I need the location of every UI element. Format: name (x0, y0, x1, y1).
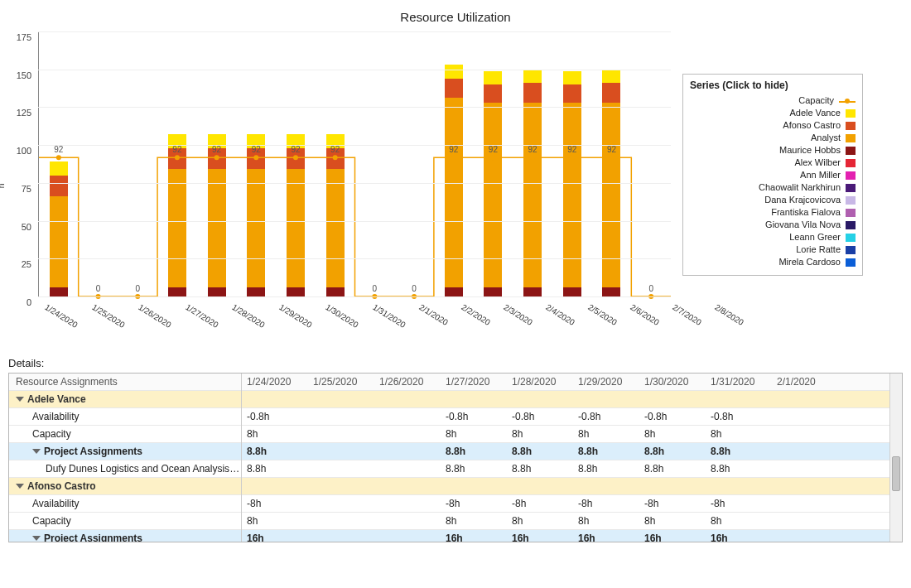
bar-segment[interactable] (50, 287, 68, 296)
column-header[interactable]: 1/27/2020 (441, 374, 507, 390)
y-tick: 125 (8, 108, 31, 118)
bar-segment[interactable] (523, 287, 542, 296)
legend-item[interactable]: Chaowalit Narkhirun (690, 181, 856, 194)
legend-swatch (846, 258, 856, 267)
bar-segment[interactable] (484, 103, 502, 287)
legend-item[interactable]: Lorie Ratte (690, 243, 856, 256)
grid-cell: 8.8h (441, 443, 507, 460)
bar-segment[interactable] (523, 103, 542, 287)
grid-cell: -8h (242, 495, 308, 512)
bar-segment[interactable] (484, 71, 502, 84)
legend-label: Analyst (811, 132, 841, 144)
capacity-label: 92 (528, 145, 537, 154)
bar-segment[interactable] (50, 161, 68, 175)
bar-segment[interactable] (602, 103, 620, 287)
bar-segment[interactable] (208, 169, 226, 287)
bar-segment[interactable] (523, 83, 542, 103)
details-grid[interactable]: Resource AssignmentsAdele VanceAvailabil… (8, 373, 903, 542)
bar[interactable] (445, 65, 463, 296)
bar-segment[interactable] (563, 84, 581, 103)
grid-cell (308, 530, 374, 542)
column-header[interactable]: 1/24/2020 (242, 374, 308, 390)
x-tick: 1/30/2020 (319, 297, 366, 339)
expand-icon[interactable] (32, 536, 41, 541)
bar-segment[interactable] (168, 169, 186, 287)
bar-segment[interactable] (287, 287, 305, 296)
legend-item[interactable]: Frantiska Fialova (690, 206, 856, 219)
bar-segment[interactable] (602, 70, 620, 83)
bar[interactable] (287, 134, 305, 296)
grid-cell: 8h (639, 513, 706, 529)
bar-segment[interactable] (563, 287, 581, 296)
grid-cell: -0.8h (706, 408, 772, 425)
bar-segment[interactable] (484, 287, 502, 296)
bar[interactable] (50, 161, 68, 296)
column-header[interactable]: 1/29/2020 (573, 374, 639, 390)
legend-item[interactable]: Dana Krajcovicova (690, 194, 856, 206)
bar-segment[interactable] (247, 169, 265, 287)
expand-icon[interactable] (16, 484, 24, 489)
resource-group[interactable]: Adele Vance (9, 391, 241, 408)
capacity-label: 92 (54, 145, 63, 154)
column-header[interactable]: 1/28/2020 (507, 374, 573, 390)
bar-segment[interactable] (563, 71, 581, 84)
grid-cell: 8h (573, 513, 639, 529)
bar-segment[interactable] (326, 287, 345, 296)
bar-segment[interactable] (602, 83, 620, 103)
legend-item[interactable]: Leann Greer (690, 231, 856, 243)
grid-cell: 8h (441, 426, 507, 442)
legend-item[interactable]: Ann Miller (690, 169, 856, 181)
bar-segment[interactable] (484, 84, 502, 103)
grid-cell (308, 426, 374, 442)
bar[interactable] (247, 134, 265, 296)
expand-icon[interactable] (16, 397, 24, 402)
bar-segment[interactable] (287, 169, 305, 287)
capacity-label: 92 (567, 145, 576, 154)
legend-item[interactable]: Maurice Hobbs (690, 144, 856, 157)
scrollbar-thumb[interactable] (892, 456, 900, 491)
tree-row: Availability (9, 408, 241, 426)
grid-row: 8.8h8.8h8.8h8.8h8.8h8.8h (242, 460, 902, 478)
project-assignments-row[interactable]: Project Assignments (9, 530, 241, 542)
legend-item[interactable]: Mirela Cardoso (690, 256, 856, 268)
bar[interactable] (208, 134, 226, 296)
legend-item[interactable]: Analyst (690, 132, 856, 144)
legend-item[interactable]: Adele Vance (690, 107, 856, 119)
vertical-scrollbar[interactable] (889, 374, 902, 542)
bar-segment[interactable] (326, 169, 345, 287)
grid-row: 16h16h16h16h16h16h (242, 530, 902, 542)
bar-segment[interactable] (168, 287, 186, 296)
bar-segment[interactable] (50, 196, 68, 287)
legend-item[interactable]: Giovana Vila Nova (690, 219, 856, 231)
column-header[interactable]: 2/1/2020 (772, 374, 838, 390)
column-header[interactable]: 1/30/2020 (639, 374, 706, 390)
legend-label: Mirela Cardoso (778, 256, 841, 268)
grid-cell: 16h (706, 530, 772, 542)
x-tick: 1/29/2020 (272, 297, 320, 339)
bar-segment[interactable] (602, 287, 620, 296)
bar-segment[interactable] (445, 287, 463, 296)
column-header[interactable]: 1/31/2020 (706, 374, 772, 390)
chart-legend[interactable]: Series (Click to hide) CapacityAdele Van… (682, 74, 863, 276)
expand-icon[interactable] (32, 449, 41, 454)
legend-item[interactable]: Alex Wilber (690, 157, 856, 169)
bar-segment[interactable] (563, 103, 581, 287)
column-header[interactable]: 1/25/2020 (308, 374, 374, 390)
bar-segment[interactable] (208, 287, 226, 296)
legend-item[interactable]: Capacity (690, 94, 856, 107)
bar-segment[interactable] (50, 176, 68, 197)
project-assignments-row[interactable]: Project Assignments (9, 443, 241, 460)
bar[interactable] (168, 134, 186, 296)
bar-segment[interactable] (523, 70, 542, 83)
grid-row: 8h8h8h8h8h8h (242, 426, 902, 443)
grid-cell (772, 460, 838, 477)
resource-group[interactable]: Afonso Castro (9, 478, 241, 495)
bar-segment[interactable] (445, 65, 463, 78)
legend-item[interactable]: Afonso Castro (690, 119, 856, 132)
bar-segment[interactable] (247, 287, 265, 296)
bar[interactable] (326, 134, 345, 296)
grid-row: 8.8h8.8h8.8h8.8h8.8h8.8h (242, 443, 902, 460)
bar-segment[interactable] (445, 79, 463, 99)
grid-cell (374, 443, 441, 460)
column-header[interactable]: 1/26/2020 (374, 374, 441, 390)
